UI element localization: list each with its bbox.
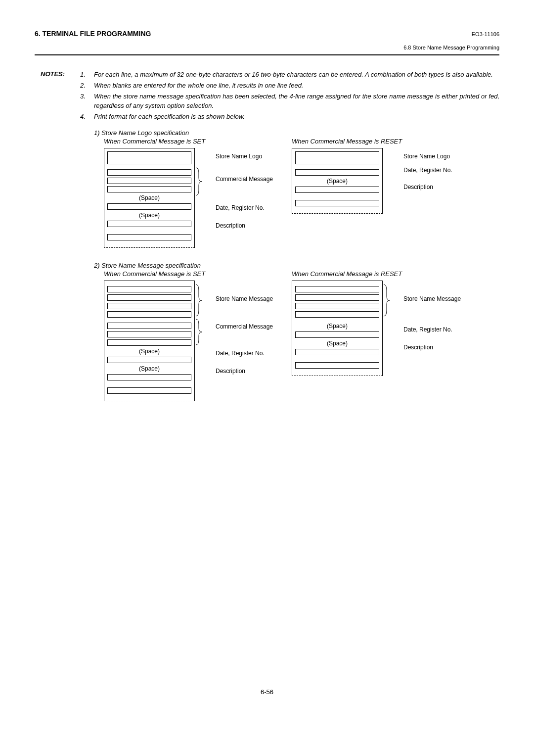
receipt-diagram: (Space) (Space) — [104, 148, 195, 248]
logo-box — [107, 151, 191, 164]
msg-line — [107, 169, 191, 176]
page-header: 6. TERMINAL FILE PROGRAMMING EO3-11106 6… — [35, 30, 499, 50]
label-store-logo: Store Name Logo — [216, 153, 273, 160]
label-date-reg: Date, Register No. — [216, 204, 273, 211]
space-label: (Space) — [295, 178, 379, 185]
receipt-diagram: (Space) — [292, 148, 383, 214]
header-code: EO3-11106 — [472, 31, 499, 37]
receipt-diagram: (Space) (Space) — [104, 281, 195, 401]
brace-icon — [382, 284, 391, 317]
label-commercial: Commercial Message — [216, 176, 273, 183]
msg-line — [107, 303, 191, 309]
desc-line — [107, 387, 191, 394]
msg-line — [107, 186, 191, 192]
spec2-set-col: When Commercial Message is SET (Space) (… — [104, 270, 292, 401]
desc-line — [295, 349, 379, 355]
space-label: (Space) — [107, 212, 191, 219]
brace-icon — [194, 167, 203, 196]
label-description: Description — [216, 368, 273, 375]
msg-line — [107, 331, 191, 337]
desc-line — [295, 200, 379, 206]
receipt-diagram: (Space) (Space) — [292, 281, 383, 376]
label-commercial: Commercial Message — [216, 323, 273, 330]
msg-line — [107, 294, 191, 301]
desc-line — [295, 187, 379, 193]
desc-line — [107, 221, 191, 227]
msg-line — [107, 339, 191, 346]
logo-box — [295, 151, 379, 164]
desc-line — [295, 362, 379, 369]
spec1-reset-col: When Commercial Message is RESET (Space)… — [292, 138, 480, 248]
notes-block: NOTES: 1.For each line, a maximum of 32 … — [41, 70, 499, 123]
spec1-set-col: When Commercial Message is SET (Space) (… — [104, 138, 292, 248]
msg-line — [107, 286, 191, 292]
header-title: 6. TERMINAL FILE PROGRAMMING — [35, 30, 151, 38]
space-label: (Space) — [295, 340, 379, 347]
label-store-msg: Store Name Message — [216, 295, 273, 302]
msg-line — [295, 311, 379, 318]
label-date-reg: Date, Register No. — [403, 326, 461, 333]
page-number: 6-56 — [35, 688, 499, 696]
spec1-set-subtitle: When Commercial Message is SET — [104, 138, 292, 145]
desc-line — [107, 234, 191, 240]
labels-column: Store Name Logo Commercial Message Date,… — [216, 148, 273, 248]
labels-column: Store Name Logo Date, Register No. Descr… — [403, 148, 452, 214]
spec1-title: 1) Store Name Logo specification — [94, 129, 499, 137]
spec2-reset-subtitle: When Commercial Message is RESET — [292, 270, 480, 278]
desc-line — [107, 374, 191, 380]
spec1-reset-subtitle: When Commercial Message is RESET — [292, 138, 480, 145]
msg-line — [295, 286, 379, 292]
msg-line — [107, 323, 191, 329]
labels-column: Store Name Message Commercial Message Da… — [216, 281, 273, 401]
space-label: (Space) — [295, 323, 379, 330]
date-line — [107, 357, 191, 363]
note-item: 1.For each line, a maximum of 32 one-byt… — [80, 70, 499, 79]
msg-line — [107, 178, 191, 184]
notes-label: NOTES: — [41, 70, 80, 123]
header-subtitle: 6.8 Store Name Message Programming — [35, 45, 499, 50]
space-label: (Space) — [107, 194, 191, 201]
label-store-logo: Store Name Logo — [403, 153, 452, 160]
label-store-msg: Store Name Message — [403, 295, 461, 302]
msg-line — [107, 311, 191, 318]
msg-line — [295, 294, 379, 301]
spec2-reset-col: When Commercial Message is RESET (Space)… — [292, 270, 480, 401]
label-description: Description — [403, 344, 461, 351]
space-label: (Space) — [107, 348, 191, 355]
brace-icon — [194, 318, 203, 346]
spec1-row: When Commercial Message is SET (Space) (… — [104, 138, 499, 248]
note-item: 4.Print format for each specification is… — [80, 112, 499, 121]
notes-list: 1.For each line, a maximum of 32 one-byt… — [80, 70, 499, 123]
date-line — [295, 169, 379, 176]
note-item: 3.When the store name message specificat… — [80, 92, 499, 110]
date-line — [295, 331, 379, 338]
labels-column: Store Name Message Date, Register No. De… — [403, 281, 461, 376]
label-date-reg: Date, Register No. — [403, 167, 452, 174]
label-date-reg: Date, Register No. — [216, 350, 273, 357]
header-rule — [35, 54, 499, 55]
spec2-title: 2) Store Name Message specification — [94, 262, 499, 269]
msg-line — [295, 303, 379, 309]
space-label: (Space) — [107, 365, 191, 372]
note-item: 2.When blanks are entered for the whole … — [80, 81, 499, 90]
spec2-set-subtitle: When Commercial Message is SET — [104, 270, 292, 278]
label-description: Description — [403, 184, 452, 190]
label-description: Description — [216, 222, 273, 229]
date-line — [107, 203, 191, 210]
brace-icon — [194, 284, 203, 317]
spec2-row: When Commercial Message is SET (Space) (… — [104, 270, 499, 401]
